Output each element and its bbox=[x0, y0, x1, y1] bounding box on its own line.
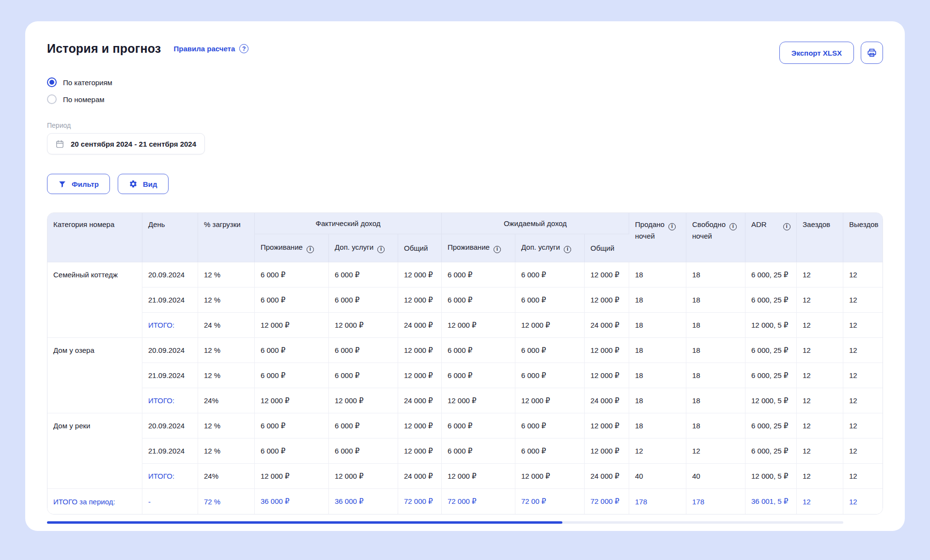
column-header: Доп. услугиi bbox=[329, 234, 398, 262]
column-header-label: Ожидаемый доход bbox=[504, 219, 567, 227]
info-icon[interactable]: i bbox=[377, 246, 385, 253]
radio-by-rooms[interactable]: По номерам bbox=[47, 93, 883, 105]
table-cell: 72 000 ₽ bbox=[442, 489, 515, 514]
table-cell: 12 000 ₽ bbox=[442, 464, 515, 489]
scrollbar-thumb[interactable] bbox=[47, 521, 562, 524]
table-cell: 18 bbox=[629, 288, 686, 313]
horizontal-scrollbar[interactable] bbox=[47, 521, 843, 524]
column-header-label: Проживание bbox=[448, 243, 490, 251]
export-xlsx-button[interactable]: Экспорт XLSX bbox=[779, 42, 854, 64]
radio-by-categories-label: По категориям bbox=[63, 78, 112, 87]
table-cell: 18 bbox=[629, 388, 686, 413]
column-header-label: Выездов bbox=[849, 220, 878, 228]
column-header: Доп. услугиi bbox=[515, 234, 585, 262]
info-icon[interactable]: i bbox=[564, 246, 571, 253]
category-cell: Семейный коттедж bbox=[47, 262, 142, 338]
table-cell: 6 000 ₽ bbox=[515, 338, 585, 363]
table-cell: 18 bbox=[686, 388, 745, 413]
table-cell: 12 000 ₽ bbox=[585, 439, 629, 464]
table-cell: 72 % bbox=[198, 489, 255, 514]
table-row: Дом у реки20.09.202412 %6 000 ₽6 000 ₽12… bbox=[47, 413, 883, 439]
table-head: Категория номераДень% загрузкиФактически… bbox=[47, 213, 883, 262]
column-header-label: % загрузки bbox=[204, 220, 241, 228]
table-cell: 12 bbox=[797, 439, 843, 464]
table-cell: 12 % bbox=[198, 363, 255, 388]
table-cell: 178 bbox=[629, 489, 686, 514]
table-cell: 6 000, 25 ₽ bbox=[745, 413, 797, 439]
table-cell: 18 bbox=[629, 313, 686, 338]
category-cell: Дом у реки bbox=[47, 413, 142, 489]
column-header-label: ночей bbox=[635, 232, 680, 240]
column-header-label: Общий bbox=[590, 244, 614, 252]
period-label: Период bbox=[47, 121, 883, 129]
print-button[interactable] bbox=[861, 42, 883, 64]
info-icon[interactable]: i bbox=[783, 223, 790, 230]
table-cell: 12 bbox=[843, 338, 883, 363]
calculation-rules-link[interactable]: Правила расчета ? bbox=[173, 44, 248, 53]
column-header-label: Проживание bbox=[261, 243, 303, 251]
table-cell: 20.09.2024 bbox=[142, 338, 198, 363]
column-header: Фактический доход bbox=[255, 213, 442, 234]
table-row: 21.09.202412 %6 000 ₽6 000 ₽12 000 ₽6 00… bbox=[47, 288, 883, 313]
radio-by-rooms-label: По номерам bbox=[63, 95, 105, 104]
column-header: % загрузки bbox=[198, 213, 255, 262]
info-icon[interactable]: i bbox=[668, 223, 676, 230]
table-cell: 6 000, 25 ₽ bbox=[745, 439, 797, 464]
table-cell: 24% bbox=[198, 464, 255, 489]
toolbar: Фильтр Вид bbox=[47, 174, 883, 194]
table-cell: 12 bbox=[797, 338, 843, 363]
table-cell: 72 00 ₽ bbox=[515, 489, 585, 514]
table-cell: ИТОГО: bbox=[142, 464, 198, 489]
table-cell: 6 000 ₽ bbox=[515, 413, 585, 439]
table-cell: 72 000 ₽ bbox=[585, 489, 629, 514]
table-cell: 18 bbox=[686, 313, 745, 338]
table-cell: 18 bbox=[686, 363, 745, 388]
period-total-row: ИТОГО за период:-72 %36 000 ₽36 000 ₽72 … bbox=[47, 489, 883, 514]
table-cell: 6 000 ₽ bbox=[329, 363, 398, 388]
table-cell: - bbox=[142, 489, 198, 514]
column-header: Общий bbox=[398, 234, 442, 262]
help-icon[interactable]: ? bbox=[239, 44, 248, 53]
column-header: Ожидаемый доход bbox=[442, 213, 629, 234]
table-cell: 12 bbox=[797, 363, 843, 388]
table-cell: 12 000 ₽ bbox=[255, 388, 329, 413]
table-cell: 6 000 ₽ bbox=[329, 288, 398, 313]
column-header-label: День bbox=[148, 220, 165, 228]
table-cell: 12 bbox=[797, 464, 843, 489]
column-header: Категория номера bbox=[47, 213, 142, 262]
radio-selected-icon bbox=[47, 77, 57, 87]
group-total-row: ИТОГО:24%12 000 ₽12 000 ₽24 000 ₽12 000 … bbox=[47, 388, 883, 413]
info-icon[interactable]: i bbox=[307, 246, 314, 253]
view-button[interactable]: Вид bbox=[118, 174, 169, 194]
table-cell: 12 000 ₽ bbox=[398, 413, 442, 439]
table-cell: ИТОГО: bbox=[142, 388, 198, 413]
table-cell: 24% bbox=[198, 388, 255, 413]
group-total-row: ИТОГО:24%12 000 ₽12 000 ₽24 000 ₽12 000 … bbox=[47, 464, 883, 489]
table-cell: 12 bbox=[843, 388, 883, 413]
table-cell: 6 000 ₽ bbox=[329, 262, 398, 288]
table-cell: 12 bbox=[843, 262, 883, 288]
table-cell: 36 000 ₽ bbox=[329, 489, 398, 514]
table-cell: 6 000 ₽ bbox=[329, 338, 398, 363]
history-forecast-table: Категория номераДень% загрузкиФактически… bbox=[47, 212, 883, 515]
column-header-label: Доп. услуги bbox=[521, 243, 560, 251]
table-cell: 6 000 ₽ bbox=[255, 413, 329, 439]
filter-button[interactable]: Фильтр bbox=[47, 174, 110, 194]
table-cell: 12 bbox=[686, 439, 745, 464]
table-cell: 6 000 ₽ bbox=[442, 288, 515, 313]
info-icon[interactable]: i bbox=[729, 223, 737, 230]
period-input[interactable]: 20 сентября 2024 - 21 сентбря 2024 bbox=[47, 133, 205, 154]
table-cell: 12 bbox=[843, 363, 883, 388]
table-cell: 12 bbox=[797, 262, 843, 288]
calculation-rules-label: Правила расчета bbox=[173, 45, 235, 53]
table-cell: 6 000 ₽ bbox=[442, 413, 515, 439]
table-cell: 18 bbox=[629, 338, 686, 363]
column-header-label: Заездов bbox=[803, 220, 830, 228]
info-icon[interactable]: i bbox=[494, 246, 501, 253]
table-cell: 12 000 ₽ bbox=[515, 313, 585, 338]
radio-by-categories[interactable]: По категориям bbox=[47, 76, 883, 88]
column-header-label: ночей bbox=[692, 232, 739, 240]
table-cell: 12 000 ₽ bbox=[515, 464, 585, 489]
table-cell: 6 000 ₽ bbox=[255, 363, 329, 388]
table-cell: 12 000, 5 ₽ bbox=[745, 313, 797, 338]
